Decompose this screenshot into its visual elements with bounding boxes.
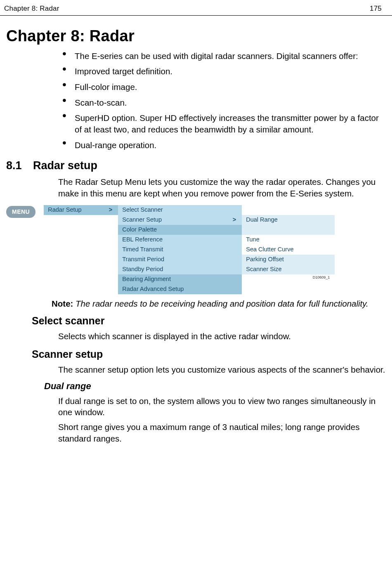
menu-item-label: Radar Advanced Setup bbox=[122, 285, 184, 293]
menu-item: Dual Range bbox=[242, 215, 335, 225]
note-label: Note: bbox=[52, 299, 76, 308]
menu-item-label: Parking Offset bbox=[246, 255, 284, 263]
page: Chapter 8: Radar 175 Chapter 8: Radar Th… bbox=[0, 0, 392, 444]
feature-item: SuperHD option. Super HD effectively inc… bbox=[62, 112, 386, 135]
menu-diagram: MENU Radar Setup > Select Scanner Scanne… bbox=[6, 205, 386, 294]
menu-columns: Radar Setup > Select Scanner Scanner Set… bbox=[44, 205, 335, 294]
menu-item-blank bbox=[242, 225, 335, 235]
menu-item-label: EBL Reference bbox=[122, 236, 163, 243]
menu-item-label: Sea Clutter Curve bbox=[246, 246, 293, 253]
menu-item-label: Standby Period bbox=[122, 265, 163, 273]
menu-item-label: Timed Transmit bbox=[122, 246, 163, 253]
menu-item: EBL Reference bbox=[118, 235, 242, 245]
menu-item: Sea Clutter Curve bbox=[242, 245, 335, 255]
menu-pill: MENU bbox=[6, 206, 35, 218]
paragraph: Selects which scanner is displayed in th… bbox=[58, 331, 386, 342]
menu-item-label: Bearing Alignment bbox=[122, 275, 171, 283]
menu-item: Tune bbox=[242, 235, 335, 245]
subheading-scanner-setup: Scanner setup bbox=[32, 348, 386, 361]
paragraph: If dual range is set to on, the system a… bbox=[58, 395, 386, 418]
note-body: The radar needs to be receiving heading … bbox=[76, 299, 368, 308]
menu-item-label: Radar Setup bbox=[48, 206, 81, 213]
subheading-select-scanner: Select scanner bbox=[32, 314, 386, 327]
chevron-right-icon: > bbox=[109, 206, 114, 213]
paragraph: Short range gives you a maximum range of… bbox=[58, 421, 386, 444]
menu-item-label: Select Scanner bbox=[122, 206, 163, 213]
menu-item: Bearing Alignment bbox=[118, 274, 242, 284]
menu-item-label: Dual Range bbox=[246, 216, 278, 223]
section-paragraph: The Radar Setup Menu lets you customize … bbox=[58, 176, 386, 199]
note: Note: The radar needs to be receiving he… bbox=[52, 298, 386, 309]
menu-item-label: Scanner Setup bbox=[122, 216, 162, 223]
feature-item: Full-color image. bbox=[62, 81, 386, 93]
menu-item: Color Palette bbox=[118, 225, 242, 235]
section-heading: 8.1 Radar setup bbox=[6, 159, 386, 173]
page-content: Chapter 8: Radar The E-series can be use… bbox=[0, 16, 392, 444]
menu-item: Timed Transmit bbox=[118, 245, 242, 255]
menu-item: Scanner Setup > bbox=[118, 215, 242, 225]
menu-item-label: Tune bbox=[246, 236, 260, 243]
menu-item-label: Transmit Period bbox=[122, 255, 164, 263]
menu-item: Radar Advanced Setup bbox=[118, 284, 242, 294]
feature-item: The E-series can be used with digital ra… bbox=[62, 50, 386, 62]
feature-item: Improved target definition. bbox=[62, 66, 386, 77]
chapter-title: Chapter 8: Radar bbox=[6, 26, 386, 46]
feature-list: The E-series can be used with digital ra… bbox=[6, 50, 386, 151]
section-number: 8.1 bbox=[6, 159, 33, 173]
figure-reference: D10609_1 bbox=[242, 275, 335, 280]
menu-col-1: Radar Setup > bbox=[44, 205, 118, 215]
menu-item-radar-setup: Radar Setup > bbox=[44, 205, 118, 215]
feature-item: Dual-range operation. bbox=[62, 139, 386, 151]
menu-item: Standby Period bbox=[118, 265, 242, 274]
feature-item: Scan-to-scan. bbox=[62, 97, 386, 109]
section-title: Radar setup bbox=[33, 159, 97, 173]
header-left: Chapter 8: Radar bbox=[4, 4, 59, 13]
menu-item-label: Color Palette bbox=[122, 226, 157, 233]
menu-item: Select Scanner bbox=[118, 205, 242, 215]
menu-item-label: Scanner Size bbox=[246, 265, 281, 273]
menu-item: Parking Offset bbox=[242, 255, 335, 265]
menu-col-2: Select Scanner Scanner Setup > Color Pal… bbox=[118, 205, 242, 294]
paragraph: The scanner setup option lets you custom… bbox=[58, 364, 386, 376]
menu-item: Scanner Size bbox=[242, 265, 335, 274]
menu-item: Transmit Period bbox=[118, 255, 242, 265]
menu-col-3: Dual Range Tune Sea Clutter Curve Parkin… bbox=[242, 215, 335, 280]
chevron-right-icon: > bbox=[233, 216, 238, 223]
running-header: Chapter 8: Radar 175 bbox=[0, 0, 392, 16]
subsubheading-dual-range: Dual range bbox=[44, 380, 386, 392]
page-number: 175 bbox=[370, 4, 382, 13]
